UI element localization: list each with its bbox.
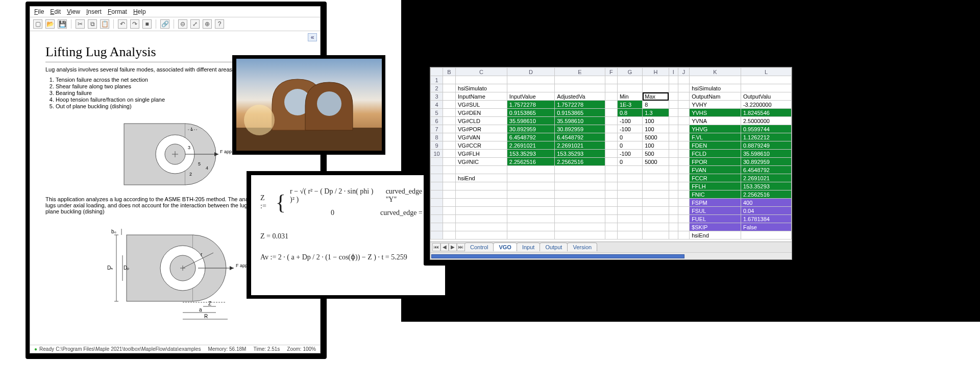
cell-L9[interactable]: 0.8879249 bbox=[741, 141, 791, 150]
cell-B12[interactable] bbox=[443, 166, 456, 174]
cell-J13[interactable] bbox=[678, 174, 689, 182]
cell-B5[interactable] bbox=[443, 109, 456, 117]
menu-edit[interactable]: Edit bbox=[50, 8, 61, 15]
cell-D14[interactable] bbox=[507, 182, 554, 190]
cell-F10[interactable] bbox=[605, 150, 617, 158]
cell-L2[interactable] bbox=[741, 84, 791, 92]
cell-H15[interactable] bbox=[643, 190, 669, 199]
cell-C7[interactable]: VG#POR bbox=[456, 125, 507, 133]
cell-B6[interactable] bbox=[443, 117, 456, 125]
cell-F9[interactable] bbox=[605, 141, 617, 150]
cell-G13[interactable] bbox=[617, 174, 642, 182]
cell-E13[interactable] bbox=[555, 174, 605, 182]
cell-D11[interactable]: 2.2562516 bbox=[507, 158, 554, 166]
sheet-tab-input[interactable]: Input bbox=[517, 243, 540, 251]
cell-J10[interactable] bbox=[678, 150, 689, 158]
cell-K6[interactable]: YVNA bbox=[690, 117, 741, 125]
cell-I17[interactable] bbox=[669, 207, 678, 215]
cell-F5[interactable] bbox=[605, 109, 617, 117]
row-header-2[interactable]: 2 bbox=[431, 84, 443, 92]
horizontal-scrollbar[interactable] bbox=[430, 252, 792, 259]
cell-K16[interactable]: FSPM bbox=[690, 199, 741, 207]
cell-F3[interactable] bbox=[605, 92, 617, 101]
row-header-16[interactable] bbox=[431, 199, 443, 207]
cell-G18[interactable] bbox=[617, 215, 642, 223]
cell-B10[interactable] bbox=[443, 150, 456, 158]
tab-nav-prev-icon[interactable]: ◀ bbox=[440, 243, 449, 251]
cell-H1[interactable] bbox=[643, 76, 669, 84]
cut-icon[interactable]: ✂ bbox=[76, 19, 85, 29]
cell-K2[interactable]: hsiSimulato bbox=[690, 84, 741, 92]
cell-E15[interactable] bbox=[555, 190, 605, 199]
row-header-7[interactable]: 7 bbox=[431, 125, 443, 133]
save-icon[interactable]: 💾 bbox=[58, 19, 67, 29]
cell-H11[interactable]: 5000 bbox=[643, 158, 669, 166]
cell-H13[interactable] bbox=[643, 174, 669, 182]
cell-E6[interactable]: 35.598610 bbox=[555, 117, 605, 125]
cell-G2[interactable] bbox=[617, 84, 642, 92]
cell-D13[interactable] bbox=[507, 174, 554, 182]
cell-H9[interactable]: 100 bbox=[643, 141, 669, 150]
cell-B1[interactable] bbox=[443, 76, 456, 84]
collapse-chevron-icon[interactable]: « bbox=[308, 33, 317, 41]
cell-L4[interactable]: -3.2200000 bbox=[741, 101, 791, 109]
cell-G3[interactable]: Min bbox=[617, 92, 642, 101]
col-header-I[interactable]: I bbox=[669, 68, 678, 76]
cell-K9[interactable]: FDEN bbox=[690, 141, 741, 150]
cell-D6[interactable]: 35.598610 bbox=[507, 117, 554, 125]
cell-E7[interactable]: 30.892959 bbox=[555, 125, 605, 133]
cell-E10[interactable]: 153.35293 bbox=[555, 150, 605, 158]
cell-G19[interactable] bbox=[617, 223, 642, 231]
cell-F11[interactable] bbox=[605, 158, 617, 166]
cell-H10[interactable]: 500 bbox=[643, 150, 669, 158]
cell-H18[interactable] bbox=[643, 215, 669, 223]
cell-D9[interactable]: 2.2691021 bbox=[507, 141, 554, 150]
stop-icon[interactable]: ■ bbox=[142, 19, 152, 29]
cell-L8[interactable]: 1.1262212 bbox=[741, 133, 791, 141]
cell-F20[interactable] bbox=[605, 231, 617, 240]
cell-B18[interactable] bbox=[443, 215, 456, 223]
cell-C10[interactable]: VG#FLH bbox=[456, 150, 507, 158]
cell-J12[interactable] bbox=[678, 166, 689, 174]
cell-J14[interactable] bbox=[678, 182, 689, 190]
col-header-H[interactable]: H bbox=[643, 68, 669, 76]
cell-L16[interactable]: 400 bbox=[741, 199, 791, 207]
cell-D18[interactable] bbox=[507, 215, 554, 223]
cell-E8[interactable]: 6.4548792 bbox=[555, 133, 605, 141]
cell-D15[interactable] bbox=[507, 190, 554, 199]
cell-J17[interactable] bbox=[678, 207, 689, 215]
new-icon[interactable]: ▢ bbox=[33, 19, 42, 29]
cell-H2[interactable] bbox=[643, 84, 669, 92]
cell-J15[interactable] bbox=[678, 190, 689, 199]
col-header-C[interactable]: C bbox=[456, 68, 507, 76]
zoom-fit-icon[interactable]: ⤢ bbox=[190, 19, 200, 29]
cell-K18[interactable]: FUEL bbox=[690, 215, 741, 223]
row-header-4[interactable]: 4 bbox=[431, 101, 443, 109]
cell-G1[interactable] bbox=[617, 76, 642, 84]
cell-I20[interactable] bbox=[669, 231, 678, 240]
cell-K15[interactable]: FNIC bbox=[690, 190, 741, 199]
cell-E9[interactable]: 2.2691021 bbox=[555, 141, 605, 150]
row-header-18[interactable] bbox=[431, 215, 443, 223]
cell-B11[interactable] bbox=[443, 158, 456, 166]
cell-J20[interactable] bbox=[678, 231, 689, 240]
cell-D17[interactable] bbox=[507, 207, 554, 215]
cell-J11[interactable] bbox=[678, 158, 689, 166]
cell-I7[interactable] bbox=[669, 125, 678, 133]
cell-I12[interactable] bbox=[669, 166, 678, 174]
cell-C19[interactable] bbox=[456, 223, 507, 231]
cell-K8[interactable]: F.VL bbox=[690, 133, 741, 141]
cell-G15[interactable] bbox=[617, 190, 642, 199]
cell-C17[interactable] bbox=[456, 207, 507, 215]
cell-E2[interactable] bbox=[555, 84, 605, 92]
cell-H5[interactable]: 1.3 bbox=[643, 109, 669, 117]
cell-C18[interactable] bbox=[456, 215, 507, 223]
col-header-G[interactable]: G bbox=[617, 68, 642, 76]
cell-F19[interactable] bbox=[605, 223, 617, 231]
col-header-D[interactable]: D bbox=[507, 68, 554, 76]
cell-G17[interactable] bbox=[617, 207, 642, 215]
cell-D1[interactable] bbox=[507, 76, 554, 84]
cell-C13[interactable]: hsiEnd bbox=[456, 174, 507, 182]
cell-B9[interactable] bbox=[443, 141, 456, 150]
zoom-out-icon[interactable]: ⊖ bbox=[178, 19, 187, 29]
